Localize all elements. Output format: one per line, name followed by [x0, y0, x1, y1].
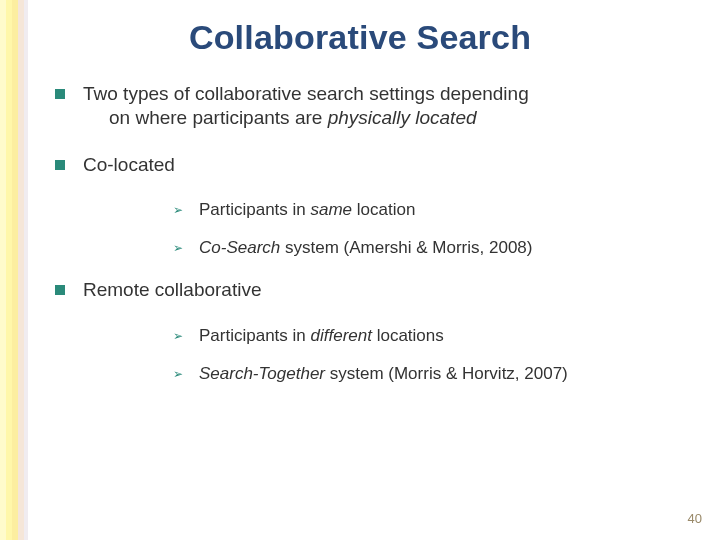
colocated-subitems: ➢ Participants in same location ➢ Co-Sea… [55, 199, 695, 259]
intro-line1: Two types of collaborative search settin… [83, 83, 529, 104]
co-p2-post: system (Amershi & Morris, 2008) [280, 238, 532, 257]
sub-bullet: ➢ Search-Together system (Morris & Horvi… [173, 363, 695, 385]
remote-p1-post: locations [372, 326, 444, 345]
sub-bullet-text: Search-Together system (Morris & Horvitz… [199, 363, 695, 385]
arrow-bullet-icon: ➢ [173, 329, 183, 344]
arrow-bullet-icon: ➢ [173, 203, 183, 218]
remote-p2-post: system (Morris & Horvitz, 2007) [325, 364, 568, 383]
remote-p2-ital: Search-Together [199, 364, 325, 383]
bullet-intro-text: Two types of collaborative search settin… [83, 82, 695, 131]
square-bullet-icon [55, 160, 65, 170]
slide-body: Two types of collaborative search settin… [55, 82, 695, 404]
arrow-bullet-icon: ➢ [173, 367, 183, 382]
sub-bullet-text: Participants in different locations [199, 325, 695, 347]
intro-line2-ital: physically located [328, 107, 477, 128]
co-p1-ital: same [311, 200, 353, 219]
co-p1-pre: Participants in [199, 200, 311, 219]
remote-subitems: ➢ Participants in different locations ➢ … [55, 325, 695, 385]
intro-line2-prefix: on where participants are [109, 107, 328, 128]
co-p2-ital: Co-Search [199, 238, 280, 257]
bg-stripe [24, 0, 28, 540]
sub-bullet-text: Participants in same location [199, 199, 695, 221]
bullet-intro: Two types of collaborative search settin… [55, 82, 695, 131]
sub-bullet: ➢ Participants in same location [173, 199, 695, 221]
arrow-bullet-icon: ➢ [173, 241, 183, 256]
remote-p1-ital: different [311, 326, 372, 345]
co-p1-post: location [352, 200, 415, 219]
page-number: 40 [688, 511, 702, 526]
bullet-remote: Remote collaborative [55, 278, 695, 302]
remote-p1-pre: Participants in [199, 326, 311, 345]
sub-bullet-text: Co-Search system (Amershi & Morris, 2008… [199, 237, 695, 259]
bullet-remote-text: Remote collaborative [83, 278, 695, 302]
sub-bullet: ➢ Participants in different locations [173, 325, 695, 347]
bullet-colocated: Co-located [55, 153, 695, 177]
square-bullet-icon [55, 285, 65, 295]
square-bullet-icon [55, 89, 65, 99]
bullet-colocated-text: Co-located [83, 153, 695, 177]
slide-title: Collaborative Search [0, 18, 720, 57]
sub-bullet: ➢ Co-Search system (Amershi & Morris, 20… [173, 237, 695, 259]
